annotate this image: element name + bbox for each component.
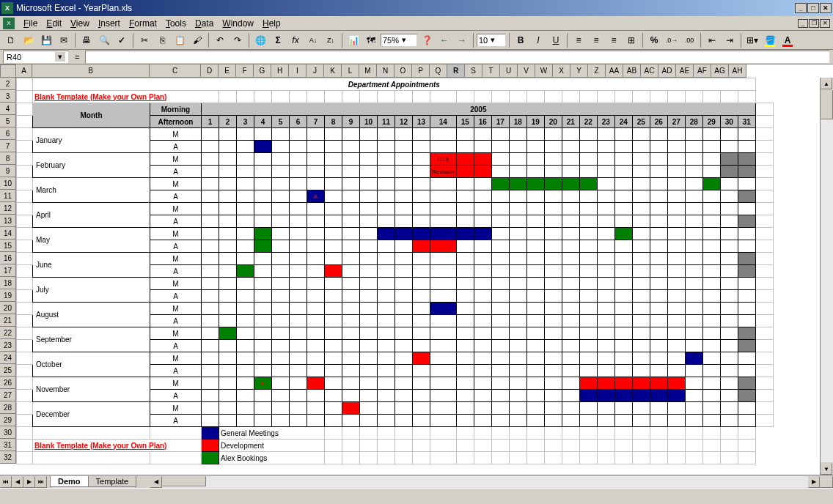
cell[interactable]	[650, 452, 667, 464]
cell[interactable]	[562, 290, 579, 303]
cell[interactable]	[307, 228, 325, 240]
cell[interactable]	[290, 290, 307, 303]
col-header-B[interactable]: B	[32, 64, 150, 78]
tab-first-button[interactable]: ⏮	[0, 476, 12, 488]
cell[interactable]	[474, 228, 491, 240]
cell[interactable]	[526, 203, 544, 215]
cell[interactable]	[378, 128, 395, 141]
cell[interactable]	[17, 240, 33, 253]
cell[interactable]	[491, 240, 509, 253]
cell[interactable]	[378, 265, 395, 278]
cell[interactable]	[378, 327, 395, 340]
cell[interactable]	[597, 340, 614, 352]
cell[interactable]	[579, 427, 597, 440]
cell[interactable]	[254, 290, 272, 303]
cell[interactable]	[667, 315, 685, 327]
cell[interactable]	[254, 166, 272, 178]
cell[interactable]	[509, 365, 526, 377]
cell[interactable]	[491, 303, 509, 315]
cell[interactable]	[325, 228, 342, 240]
print-preview-button[interactable]: 🔍	[96, 32, 112, 48]
menu-tools[interactable]: Tools	[161, 17, 191, 30]
cell[interactable]	[650, 278, 667, 290]
row-header-4[interactable]: 4	[0, 103, 16, 115]
cell[interactable]	[342, 365, 360, 377]
close-button[interactable]: ✕	[820, 3, 832, 13]
cell[interactable]	[430, 327, 457, 340]
cell[interactable]	[254, 240, 272, 253]
cell[interactable]	[597, 265, 614, 278]
underline-button[interactable]: U	[548, 32, 564, 48]
cell[interactable]	[395, 240, 413, 253]
cell[interactable]	[360, 240, 378, 253]
row-header-32[interactable]: 32	[0, 451, 16, 464]
row-header-10[interactable]: 10	[0, 177, 16, 190]
cell[interactable]	[702, 327, 720, 340]
cell[interactable]	[360, 166, 378, 178]
cell[interactable]	[491, 352, 509, 365]
cell[interactable]	[395, 340, 413, 352]
cell[interactable]	[632, 365, 650, 377]
cell[interactable]	[237, 203, 254, 215]
cell[interactable]	[720, 352, 738, 365]
cell[interactable]	[237, 278, 254, 290]
minimize-button[interactable]: _	[795, 3, 807, 13]
cell[interactable]	[614, 141, 632, 153]
cell[interactable]	[237, 327, 254, 340]
cell[interactable]	[597, 440, 614, 452]
cell[interactable]	[579, 153, 597, 166]
cell[interactable]	[509, 240, 526, 253]
cell[interactable]: 7	[307, 116, 325, 128]
row-header-13[interactable]: 13	[0, 215, 16, 227]
cell[interactable]	[360, 327, 378, 340]
cell[interactable]	[456, 91, 474, 103]
cell[interactable]	[650, 178, 667, 190]
cell[interactable]	[456, 315, 474, 327]
cell[interactable]: 19	[526, 116, 544, 128]
cell[interactable]	[272, 178, 290, 190]
cell[interactable]	[597, 178, 614, 190]
cell[interactable]	[544, 452, 562, 464]
col-header-AC[interactable]: AC	[641, 64, 658, 78]
chevron-down-icon[interactable]: ▾	[399, 35, 409, 45]
cell[interactable]	[738, 153, 755, 166]
cell[interactable]	[562, 440, 579, 452]
cell[interactable]	[272, 315, 290, 327]
row-header-26[interactable]: 26	[0, 377, 16, 389]
menu-help[interactable]: Help	[258, 17, 285, 30]
cell[interactable]	[202, 315, 219, 327]
cell[interactable]	[491, 203, 509, 215]
menu-format[interactable]: Format	[125, 17, 161, 30]
cell[interactable]	[632, 290, 650, 303]
cell[interactable]	[272, 253, 290, 265]
cell[interactable]: A	[150, 190, 202, 203]
cell[interactable]	[219, 290, 237, 303]
new-button[interactable]: 🗋	[3, 32, 19, 48]
cell[interactable]	[597, 153, 614, 166]
cell[interactable]	[562, 340, 579, 352]
cell[interactable]	[720, 303, 738, 315]
cell[interactable]	[720, 340, 738, 352]
cell[interactable]	[413, 253, 430, 265]
cell[interactable]	[378, 390, 395, 402]
cell[interactable]	[272, 240, 290, 253]
cell[interactable]	[702, 440, 720, 452]
cut-button[interactable]: ✂	[136, 32, 153, 48]
cell[interactable]	[632, 440, 650, 452]
cell[interactable]	[342, 377, 360, 390]
cell[interactable]	[202, 265, 219, 278]
col-header-C[interactable]: C	[150, 64, 201, 78]
cell[interactable]	[667, 228, 685, 240]
cell[interactable]	[360, 352, 378, 365]
cell[interactable]: 27	[667, 116, 685, 128]
fill-color-button[interactable]: 🪣	[762, 32, 778, 48]
print-button[interactable]: 🖶	[78, 32, 95, 48]
cell[interactable]	[237, 215, 254, 228]
cell[interactable]	[202, 278, 219, 290]
cell[interactable]	[562, 390, 579, 402]
cell[interactable]	[342, 452, 360, 464]
cell[interactable]	[272, 190, 290, 203]
cell[interactable]	[650, 91, 667, 103]
cell[interactable]	[378, 340, 395, 352]
cell[interactable]	[325, 253, 342, 265]
